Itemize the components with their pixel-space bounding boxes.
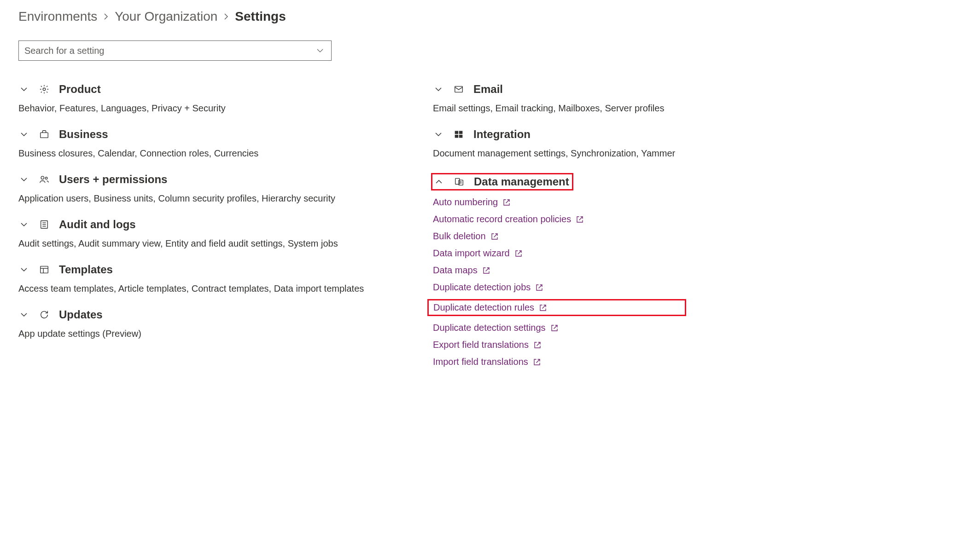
link-label: Duplicate detection settings (433, 323, 546, 333)
breadcrumb-organization[interactable]: Your Organization (115, 9, 217, 24)
section-description: Application users, Business units, Colum… (18, 191, 387, 205)
link-auto-numbering[interactable]: Auto numbering (433, 197, 511, 208)
refresh-icon (39, 309, 50, 320)
chevron-down-icon (18, 266, 29, 273)
breadcrumb-current: Settings (235, 9, 286, 24)
link-label: Duplicate detection jobs (433, 282, 531, 293)
svg-rect-11 (455, 86, 463, 92)
section-users: Users + permissions Application users, B… (18, 173, 387, 205)
section-title: Product (59, 83, 101, 96)
section-header-audit[interactable]: Audit and logs (18, 218, 387, 231)
section-data-management: Data management Auto numbering Automatic… (433, 173, 686, 367)
section-header-updates[interactable]: Updates (18, 308, 387, 321)
link-label: Auto numbering (433, 197, 498, 208)
section-description: App update settings (Preview) (18, 327, 387, 340)
section-title: Data management (474, 175, 569, 188)
breadcrumb: Environments Your Organization Settings (18, 9, 962, 24)
chevron-down-icon (433, 86, 444, 93)
section-header-integration[interactable]: Integration (433, 128, 686, 141)
link-label: Import field translations (433, 357, 528, 367)
section-header-email[interactable]: Email (433, 83, 686, 96)
svg-rect-1 (41, 133, 48, 138)
link-data-import-wizard[interactable]: Data import wizard (433, 248, 523, 259)
search-input[interactable] (24, 46, 313, 56)
external-link-icon (550, 324, 559, 332)
highlight-box: Data management (431, 173, 573, 190)
external-link-icon (514, 249, 523, 258)
link-label: Data maps (433, 265, 478, 276)
svg-point-2 (41, 176, 44, 179)
chevron-right-icon (223, 13, 229, 20)
section-header-product[interactable]: Product (18, 83, 387, 96)
section-audit: Audit and logs Audit settings, Audit sum… (18, 218, 387, 250)
data-management-links: Auto numbering Automatic record creation… (433, 197, 686, 367)
external-link-icon (535, 283, 543, 292)
users-icon (39, 174, 50, 185)
chevron-right-icon (103, 13, 109, 20)
link-data-maps[interactable]: Data maps (433, 265, 490, 276)
template-icon (39, 264, 50, 275)
section-integration: Integration Document management settings… (433, 128, 686, 160)
svg-rect-14 (455, 135, 459, 138)
section-header-business[interactable]: Business (18, 128, 387, 141)
svg-point-3 (45, 177, 47, 179)
link-import-field-translations[interactable]: Import field translations (433, 357, 541, 367)
chevron-down-icon (18, 176, 29, 183)
section-title: Business (59, 128, 108, 141)
svg-rect-15 (459, 135, 463, 138)
svg-rect-8 (41, 266, 48, 273)
section-title: Updates (59, 308, 103, 321)
external-link-icon (502, 198, 511, 207)
section-title: Integration (473, 128, 531, 141)
mail-icon (453, 84, 464, 95)
section-description: Audit settings, Audit summary view, Enti… (18, 236, 387, 250)
section-templates: Templates Access team templates, Article… (18, 263, 387, 295)
link-bulk-deletion[interactable]: Bulk deletion (433, 231, 499, 242)
section-header-templates[interactable]: Templates (18, 263, 387, 276)
chevron-down-icon (18, 311, 29, 318)
chevron-down-icon (433, 131, 444, 138)
external-link-icon (533, 358, 541, 366)
external-link-icon (490, 232, 499, 241)
link-label: Data import wizard (433, 248, 510, 259)
link-auto-record-creation[interactable]: Automatic record creation policies (433, 214, 584, 225)
section-description: Business closures, Calendar, Connection … (18, 146, 387, 160)
link-duplicate-detection-jobs[interactable]: Duplicate detection jobs (433, 282, 543, 293)
chevron-down-icon[interactable] (316, 47, 324, 54)
section-description: Behavior, Features, Languages, Privacy +… (18, 101, 387, 115)
highlight-box: Duplicate detection rules (427, 299, 686, 316)
section-description: Access team templates, Article templates… (18, 282, 387, 295)
external-link-icon (539, 304, 547, 312)
link-label: Automatic record creation policies (433, 214, 571, 225)
database-icon (454, 176, 465, 187)
chevron-up-icon (433, 178, 444, 185)
section-title: Users + permissions (59, 173, 167, 186)
link-duplicate-detection-settings[interactable]: Duplicate detection settings (433, 323, 559, 333)
gear-icon (39, 84, 50, 95)
link-label: Duplicate detection rules (433, 302, 534, 313)
list-icon (39, 219, 50, 230)
section-business: Business Business closures, Calendar, Co… (18, 128, 387, 160)
external-link-icon (533, 341, 542, 349)
section-title: Templates (59, 263, 113, 276)
section-title: Audit and logs (59, 218, 136, 231)
chevron-down-icon (18, 221, 29, 228)
briefcase-icon (39, 129, 50, 140)
search-box[interactable] (18, 40, 332, 61)
link-label: Bulk deletion (433, 231, 486, 242)
chevron-down-icon (18, 131, 29, 138)
link-export-field-translations[interactable]: Export field translations (433, 340, 542, 350)
section-header-users[interactable]: Users + permissions (18, 173, 387, 186)
link-label: Export field translations (433, 340, 529, 350)
section-description: Document management settings, Synchroniz… (433, 146, 686, 160)
external-link-icon (482, 266, 490, 275)
section-title: Email (473, 83, 503, 96)
external-link-icon (576, 215, 584, 224)
chevron-down-icon (18, 86, 29, 93)
breadcrumb-environments[interactable]: Environments (18, 9, 97, 24)
section-email: Email Email settings, Email tracking, Ma… (433, 83, 686, 115)
link-duplicate-detection-rules[interactable]: Duplicate detection rules (433, 302, 547, 313)
section-header-data-management[interactable]: Data management (433, 175, 569, 188)
svg-point-0 (43, 88, 46, 91)
section-description: Email settings, Email tracking, Mailboxe… (433, 101, 686, 115)
